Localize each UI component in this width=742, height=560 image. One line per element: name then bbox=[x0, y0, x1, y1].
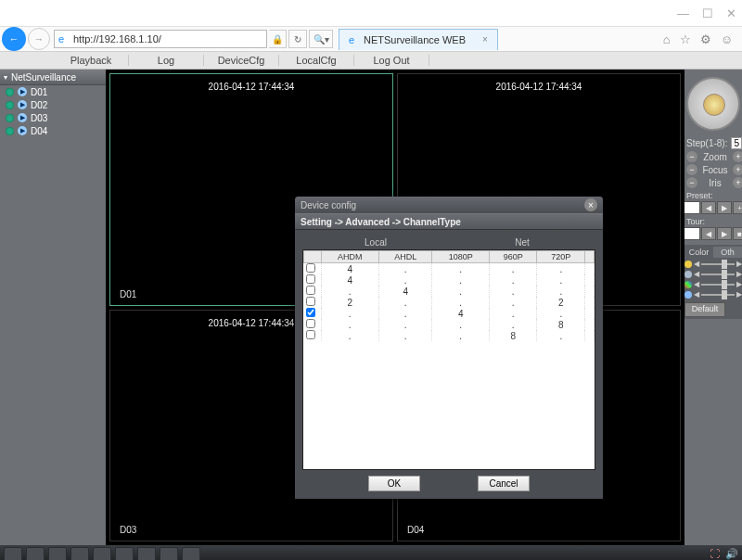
preset-add[interactable]: + bbox=[733, 201, 743, 214]
refresh-button[interactable]: 🔒 bbox=[269, 30, 287, 48]
table-cell: . bbox=[537, 308, 585, 319]
menu-playback[interactable]: Playback bbox=[54, 55, 129, 66]
iris-plus[interactable]: + bbox=[733, 177, 742, 188]
address-bar[interactable]: e http://192.168.1.10/ bbox=[54, 30, 267, 48]
table-cell: 2 bbox=[321, 297, 378, 308]
table-cell: . bbox=[489, 319, 537, 330]
dialog-close-icon[interactable]: × bbox=[584, 198, 597, 211]
slider-brightness[interactable]: ◀▶ bbox=[684, 260, 742, 268]
table-row: 2...2 bbox=[304, 297, 595, 308]
zoom-plus[interactable]: + bbox=[733, 151, 742, 162]
table-cell: . bbox=[378, 274, 432, 286]
row-checkbox[interactable] bbox=[306, 330, 315, 339]
minimize-icon[interactable]: — bbox=[677, 6, 689, 20]
device-config-dialog: Device config × Setting -> Advanced -> C… bbox=[295, 197, 603, 499]
back-button[interactable]: ← bbox=[2, 27, 26, 51]
table-cell: . bbox=[489, 308, 537, 319]
iris-row: −Iris+ bbox=[683, 177, 742, 188]
search-dropdown[interactable]: 🔍▾ bbox=[309, 30, 333, 48]
row-checkbox[interactable] bbox=[306, 274, 315, 284]
layout-btn-2[interactable] bbox=[26, 547, 45, 561]
layout-btn-3[interactable] bbox=[48, 547, 67, 561]
dialog-titlebar[interactable]: Device config × bbox=[295, 197, 603, 213]
layout-btn-5[interactable] bbox=[93, 547, 111, 561]
table-cell: . bbox=[378, 297, 432, 308]
close-icon[interactable]: ✕ bbox=[726, 6, 736, 20]
layout-btn-7[interactable] bbox=[137, 547, 156, 561]
focus-plus[interactable]: + bbox=[733, 164, 742, 175]
ie-icon: e bbox=[58, 33, 70, 45]
tour-stop[interactable]: ■ bbox=[733, 227, 743, 240]
sidebar: ▾NetSurveillance ▶D01▶D02▶D03▶D04 bbox=[0, 70, 106, 545]
default-button[interactable]: Default bbox=[684, 302, 725, 317]
table-cell bbox=[585, 286, 595, 297]
gear-icon[interactable]: ⚙ bbox=[700, 32, 711, 46]
browser-tab[interactable]: e NETSurveillance WEB × bbox=[339, 29, 498, 50]
focus-minus[interactable]: − bbox=[686, 164, 697, 175]
cancel-button[interactable]: Cancel bbox=[478, 476, 530, 491]
slider-saturation[interactable]: ◀▶ bbox=[684, 280, 742, 288]
tab-color[interactable]: Color bbox=[684, 247, 713, 258]
play-icon: ▶ bbox=[18, 100, 27, 109]
tour-buttons: ◀▶■ bbox=[680, 227, 743, 240]
inc-icon[interactable]: ▶ bbox=[736, 260, 742, 268]
menu-devicecfg[interactable]: DeviceCfg bbox=[204, 55, 279, 66]
menu-logout[interactable]: Log Out bbox=[354, 55, 429, 66]
layout-btn-1[interactable] bbox=[4, 547, 22, 561]
main-row: ▾NetSurveillance ▶D01▶D02▶D03▶D04 2016-0… bbox=[0, 70, 742, 545]
table-cell: . bbox=[378, 308, 432, 319]
preset-next[interactable]: ▶ bbox=[717, 201, 732, 214]
sidebar-channel[interactable]: ▶D01 bbox=[0, 85, 106, 98]
cell-label: D01 bbox=[120, 289, 136, 299]
fullscreen-icon[interactable]: ⛶ bbox=[710, 548, 720, 560]
sidebar-header[interactable]: ▾NetSurveillance bbox=[0, 70, 106, 85]
home-icon[interactable]: ⌂ bbox=[663, 32, 671, 46]
preset-prev[interactable]: ◀ bbox=[701, 201, 716, 214]
table-cell: 4 bbox=[432, 308, 489, 319]
table-cell: 8 bbox=[537, 319, 585, 330]
tab-close-icon[interactable]: × bbox=[482, 34, 488, 45]
sidebar-channel[interactable]: ▶D02 bbox=[0, 98, 106, 111]
col-header: 1080P bbox=[432, 251, 489, 263]
layout-btn-9[interactable] bbox=[182, 547, 200, 561]
table-row: ..4.. bbox=[304, 308, 595, 319]
sidebar-channel[interactable]: ▶D03 bbox=[0, 111, 106, 124]
table-cell: . bbox=[432, 330, 489, 341]
menu-log[interactable]: Log bbox=[129, 55, 204, 66]
refresh-button-2[interactable]: ↻ bbox=[288, 30, 307, 48]
row-checkbox[interactable] bbox=[306, 286, 315, 295]
layout-btn-4[interactable] bbox=[70, 547, 89, 561]
forward-button[interactable]: → bbox=[28, 28, 50, 50]
ok-button[interactable]: OK bbox=[368, 476, 420, 491]
group-net: Net bbox=[449, 237, 595, 248]
smile-icon[interactable]: ☺ bbox=[721, 32, 733, 46]
tour-play[interactable]: ▶ bbox=[717, 227, 732, 240]
dec-icon[interactable]: ◀ bbox=[694, 260, 699, 268]
table-cell: . bbox=[432, 286, 489, 297]
step-value[interactable]: 5 bbox=[731, 137, 742, 149]
focus-row: −Focus+ bbox=[683, 164, 742, 175]
star-icon[interactable]: ☆ bbox=[680, 32, 691, 46]
menu-localcfg[interactable]: LocalCfg bbox=[279, 55, 354, 66]
volume-icon[interactable]: 🔊 bbox=[725, 548, 738, 560]
row-checkbox[interactable] bbox=[306, 297, 315, 306]
table-row: 4.... bbox=[304, 263, 595, 275]
table-cell: . bbox=[432, 274, 489, 286]
maximize-icon[interactable]: ☐ bbox=[702, 6, 713, 20]
col-header: AHDM bbox=[321, 251, 378, 263]
row-checkbox[interactable] bbox=[306, 263, 315, 273]
layout-btn-6[interactable] bbox=[115, 547, 134, 561]
status-dot-icon bbox=[6, 88, 14, 96]
ptz-wheel[interactable] bbox=[686, 77, 740, 131]
tab-oth[interactable]: Oth bbox=[713, 247, 742, 258]
iris-minus[interactable]: − bbox=[686, 177, 697, 188]
channel-label: D03 bbox=[31, 113, 47, 123]
layout-btn-8[interactable] bbox=[160, 547, 178, 561]
row-checkbox[interactable] bbox=[306, 308, 315, 317]
slider-hue[interactable]: ◀▶ bbox=[684, 290, 742, 299]
zoom-minus[interactable]: − bbox=[686, 151, 697, 162]
row-checkbox[interactable] bbox=[306, 319, 315, 328]
slider-contrast[interactable]: ◀▶ bbox=[684, 270, 742, 278]
tour-prev[interactable]: ◀ bbox=[701, 227, 716, 240]
sidebar-channel[interactable]: ▶D04 bbox=[0, 124, 106, 137]
